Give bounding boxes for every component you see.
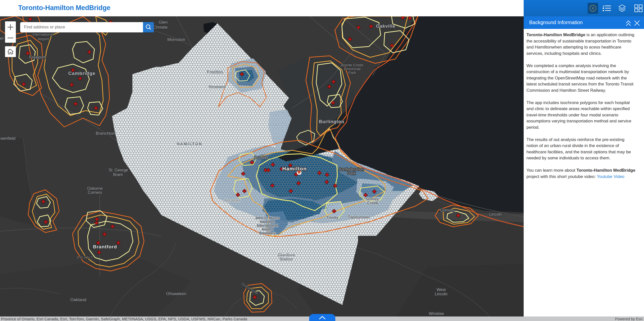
svg-text:Christie: Christie [153, 25, 168, 30]
svg-text:Ohsweken: Ohsweken [166, 291, 186, 296]
svg-text:Airport: Airport [262, 227, 273, 231]
svg-text:BRANT: BRANT [77, 255, 94, 259]
svg-text:Osborne: Osborne [87, 186, 102, 191]
svg-text:er: er [0, 36, 4, 41]
svg-text:Grimsby: Grimsby [440, 208, 455, 212]
svg-text:Burlington: Burlington [319, 119, 344, 124]
svg-text:Trinity: Trinity [326, 215, 338, 220]
svg-text:Cambridge: Cambridge [68, 71, 95, 76]
svg-text:Brantford: Brantford [93, 244, 117, 249]
svg-text:Strabane: Strabane [209, 85, 226, 89]
svg-text:eenfield: eenfield [1, 136, 16, 141]
svg-text:Oakland: Oakland [70, 297, 86, 302]
svg-text:Station: Station [279, 257, 293, 261]
svg-text:Confederation: Confederation [339, 167, 364, 171]
svg-text:Oakville: Oakville [376, 24, 395, 29]
svg-text:Ancaster: Ancaster [224, 198, 240, 203]
svg-text:Park: Park [347, 171, 356, 175]
svg-text:Glen: Glen [159, 20, 168, 25]
svg-text:Dundas: Dundas [254, 155, 268, 160]
svg-text:John C. Munro: John C. Munro [255, 216, 280, 220]
svg-text:Airport: Airport [38, 37, 49, 41]
svg-text:Hamilton: Hamilton [260, 220, 275, 224]
svg-text:Corners: Corners [88, 190, 102, 195]
svg-text:Tapleytown: Tapleytown [348, 215, 370, 219]
svg-text:St. George: St. George [109, 168, 128, 172]
svg-text:Lincoln: Lincoln [435, 292, 448, 296]
svg-text:Morriston: Morriston [167, 37, 185, 42]
svg-text:Hamilton: Hamilton [282, 166, 307, 171]
svg-text:Stoney: Stoney [365, 197, 379, 201]
svg-text:Glanford: Glanford [278, 253, 295, 257]
svg-text:Brant: Brant [113, 172, 123, 177]
svg-text:International: International [257, 223, 278, 227]
svg-text:HAMILTON: HAMILTON [177, 142, 202, 146]
svg-text:Lincoln: Lincoln [489, 212, 502, 216]
svg-text:Park: Park [348, 70, 356, 75]
svg-text:Creek: Creek [367, 201, 378, 205]
svg-text:West: West [437, 288, 446, 292]
svg-text:International: International [32, 32, 53, 36]
svg-text:Freeport: Freeport [29, 55, 46, 60]
svg-text:Freelton: Freelton [207, 70, 223, 74]
svg-text:Boundary: Boundary [259, 231, 276, 235]
svg-text:Branchton: Branchton [96, 131, 115, 136]
svg-text:Winslow: Winslow [429, 311, 444, 316]
